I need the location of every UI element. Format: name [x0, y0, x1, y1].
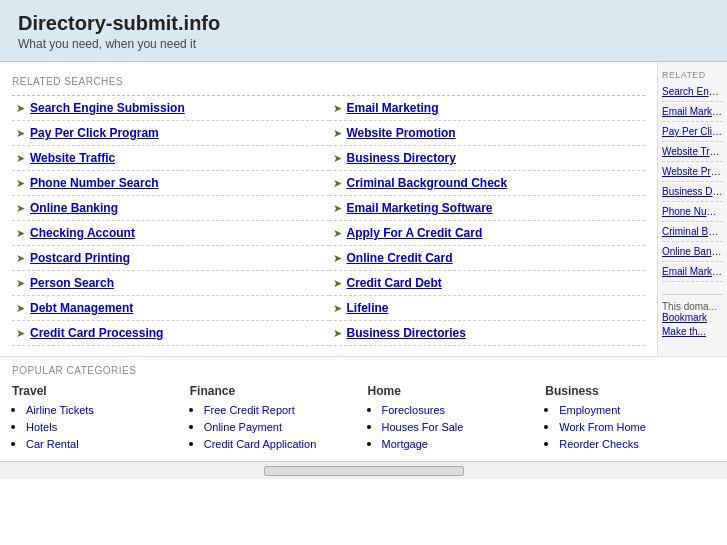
link-item-email-marketing-software: ➤Email Marketing Software [329, 196, 646, 221]
category-link-reorder-checks[interactable]: Reorder Checks [559, 438, 638, 450]
category-link-employment[interactable]: Employment [559, 404, 620, 416]
category-link-car-rental[interactable]: Car Rental [26, 438, 79, 450]
arrow-icon: ➤ [16, 127, 25, 140]
link-item-lifeline: ➤Lifeline [329, 296, 646, 321]
sidebar-link-1[interactable]: Email Marketing [662, 106, 723, 122]
category-link-houses-for-sale[interactable]: Houses For Sale [382, 421, 464, 433]
sidebar-links-list: Search Engine...Email MarketingPay Per C… [662, 86, 723, 282]
sidebar-link-2[interactable]: Pay Per Click... [662, 126, 723, 142]
sidebar-make-link[interactable]: Make th... [662, 326, 723, 337]
category-col-business: BusinessEmploymentWork From HomeReorder … [545, 384, 715, 453]
left-links-column: ➤Search Engine Submission➤Pay Per Click … [12, 96, 329, 346]
link-pay-per-click-program[interactable]: Pay Per Click Program [30, 126, 159, 140]
link-item-credit-card-debt: ➤Credit Card Debt [329, 271, 646, 296]
link-business-directories[interactable]: Business Directories [347, 326, 466, 340]
category-link-foreclosures[interactable]: Foreclosures [382, 404, 446, 416]
category-link-free-credit-report[interactable]: Free Credit Report [204, 404, 295, 416]
category-item: Online Payment [204, 419, 360, 434]
link-credit-card-processing[interactable]: Credit Card Processing [30, 326, 163, 340]
link-item-website-promotion: ➤Website Promotion [329, 121, 646, 146]
arrow-icon: ➤ [333, 202, 342, 215]
link-website-traffic[interactable]: Website Traffic [30, 151, 115, 165]
link-item-postcard-printing: ➤Postcard Printing [12, 246, 329, 271]
link-item-pay-per-click-program: ➤Pay Per Click Program [12, 121, 329, 146]
arrow-icon: ➤ [16, 177, 25, 190]
bottom-scrollbar[interactable] [0, 461, 727, 479]
link-item-search-engine-submission: ➤Search Engine Submission [12, 96, 329, 121]
category-item: Employment [559, 402, 715, 417]
categories-grid: TravelAirline TicketsHotelsCar RentalFin… [12, 384, 715, 453]
link-online-banking[interactable]: Online Banking [30, 201, 118, 215]
link-credit-card-debt[interactable]: Credit Card Debt [347, 276, 442, 290]
link-item-business-directories: ➤Business Directories [329, 321, 646, 346]
sidebar-link-8[interactable]: Online Banking [662, 246, 723, 262]
category-title-finance: Finance [190, 384, 360, 398]
category-item: Work From Home [559, 419, 715, 434]
sidebar-link-0[interactable]: Search Engine... [662, 86, 723, 102]
category-link-work-from-home[interactable]: Work From Home [559, 421, 646, 433]
arrow-icon: ➤ [16, 252, 25, 265]
sidebar-bookmark-link[interactable]: Bookmark [662, 312, 723, 323]
popular-categories-section: POPULAR CATEGORIES TravelAirline Tickets… [0, 356, 727, 461]
arrow-icon: ➤ [333, 177, 342, 190]
arrow-icon: ➤ [16, 277, 25, 290]
link-lifeline[interactable]: Lifeline [347, 301, 389, 315]
category-item: Hotels [26, 419, 182, 434]
link-item-checking-account: ➤Checking Account [12, 221, 329, 246]
category-item: Mortgage [382, 436, 538, 451]
links-grid: ➤Search Engine Submission➤Pay Per Click … [12, 95, 645, 346]
link-debt-management[interactable]: Debt Management [30, 301, 133, 315]
sidebar-bottom: This doma... Bookmark Make th... [662, 294, 723, 337]
category-link-online-payment[interactable]: Online Payment [204, 421, 282, 433]
arrow-icon: ➤ [16, 102, 25, 115]
arrow-icon: ➤ [333, 152, 342, 165]
category-link-hotels[interactable]: Hotels [26, 421, 57, 433]
arrow-icon: ➤ [333, 102, 342, 115]
category-item: Credit Card Application [204, 436, 360, 451]
category-link-mortgage[interactable]: Mortgage [382, 438, 428, 450]
link-item-debt-management: ➤Debt Management [12, 296, 329, 321]
link-person-search[interactable]: Person Search [30, 276, 114, 290]
right-links-column: ➤Email Marketing➤Website Promotion➤Busin… [329, 96, 646, 346]
link-item-online-banking: ➤Online Banking [12, 196, 329, 221]
sidebar-link-6[interactable]: Phone Number... [662, 206, 723, 222]
link-search-engine-submission[interactable]: Search Engine Submission [30, 101, 185, 115]
link-checking-account[interactable]: Checking Account [30, 226, 135, 240]
scroll-track[interactable] [264, 466, 464, 476]
category-item: Free Credit Report [204, 402, 360, 417]
arrow-icon: ➤ [333, 302, 342, 315]
sidebar-link-5[interactable]: Business Direct... [662, 186, 723, 202]
category-item: Houses For Sale [382, 419, 538, 434]
link-email-marketing[interactable]: Email Marketing [347, 101, 439, 115]
arrow-icon: ➤ [333, 227, 342, 240]
link-email-marketing-software[interactable]: Email Marketing Software [347, 201, 493, 215]
related-searches-label: RELATED SEARCHES [12, 76, 645, 87]
site-title: Directory-submit.info [18, 12, 709, 35]
popular-categories-label: POPULAR CATEGORIES [12, 365, 715, 376]
sidebar-link-7[interactable]: Criminal Back... [662, 226, 723, 242]
category-item: Car Rental [26, 436, 182, 451]
link-criminal-background-check[interactable]: Criminal Background Check [347, 176, 508, 190]
link-item-person-search: ➤Person Search [12, 271, 329, 296]
sidebar-link-9[interactable]: Email Marketing... [662, 266, 723, 282]
sidebar-link-4[interactable]: Website Promo... [662, 166, 723, 182]
link-item-email-marketing: ➤Email Marketing [329, 96, 646, 121]
right-sidebar: RELATED Search Engine...Email MarketingP… [657, 62, 727, 356]
category-link-airline-tickets[interactable]: Airline Tickets [26, 404, 94, 416]
category-item: Foreclosures [382, 402, 538, 417]
link-item-phone-number-search: ➤Phone Number Search [12, 171, 329, 196]
category-col-finance: FinanceFree Credit ReportOnline PaymentC… [190, 384, 360, 453]
arrow-icon: ➤ [333, 127, 342, 140]
link-phone-number-search[interactable]: Phone Number Search [30, 176, 159, 190]
arrow-icon: ➤ [333, 327, 342, 340]
arrow-icon: ➤ [16, 302, 25, 315]
link-business-directory[interactable]: Business Directory [347, 151, 456, 165]
category-link-credit-card-application[interactable]: Credit Card Application [204, 438, 317, 450]
link-postcard-printing[interactable]: Postcard Printing [30, 251, 130, 265]
link-website-promotion[interactable]: Website Promotion [347, 126, 456, 140]
link-online-credit-card[interactable]: Online Credit Card [347, 251, 453, 265]
sidebar-link-3[interactable]: Website Traffic [662, 146, 723, 162]
arrow-icon: ➤ [16, 202, 25, 215]
link-apply-for-a-credit-card[interactable]: Apply For A Credit Card [347, 226, 483, 240]
arrow-icon: ➤ [16, 227, 25, 240]
